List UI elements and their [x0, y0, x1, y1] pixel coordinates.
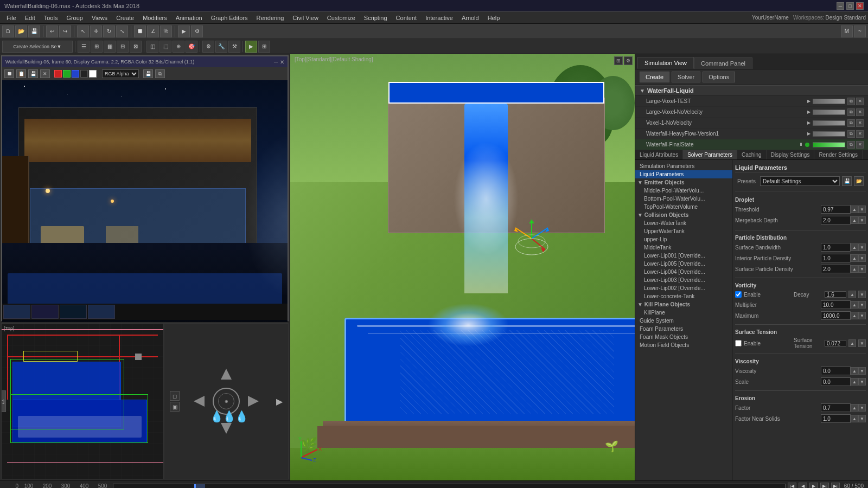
sim-copy-btn-1[interactable]: ⧉	[847, 108, 855, 116]
tree-middle-pool[interactable]: Middle-Pool-WaterVolu...	[635, 187, 732, 195]
tl-play-btn[interactable]: ▶	[809, 483, 818, 489]
side-collapse-btn[interactable]: ◁	[1, 390, 6, 412]
decay-down[interactable]: ▼	[858, 291, 866, 298]
decay-input[interactable]	[825, 291, 846, 298]
tab-command-panel[interactable]: Command Panel	[694, 57, 752, 69]
save-button[interactable]: 💾	[28, 25, 40, 37]
multiplier-input[interactable]	[821, 300, 851, 309]
thumb-4[interactable]	[88, 305, 115, 319]
sim-arrow-3[interactable]: ▶	[807, 131, 810, 136]
render-setup-button[interactable]: ⚙	[191, 25, 203, 37]
tree-foam-params[interactable]: Foam Parameters	[635, 325, 732, 333]
menu-views[interactable]: Views	[87, 14, 112, 22]
tree-top-pool[interactable]: TopPool-WaterVolume	[635, 203, 732, 211]
menu-modifiers[interactable]: Modifiers	[138, 14, 171, 22]
sim-del-btn-1[interactable]: ✕	[856, 108, 864, 116]
sim-del-btn-3[interactable]: ✕	[856, 130, 864, 138]
vp-btn-7[interactable]: ⬚	[159, 41, 171, 53]
render-alpha-btn[interactable]	[80, 70, 88, 78]
render-copy-btn[interactable]: ⧉	[155, 69, 165, 78]
presets-save-btn[interactable]: 💾	[842, 176, 852, 186]
multiplier-up[interactable]: ▲	[851, 301, 858, 309]
nav-left-arrow[interactable]	[194, 396, 205, 407]
render-button[interactable]: ▶	[178, 25, 190, 37]
sim-copy-btn-3[interactable]: ⧉	[847, 130, 855, 138]
material-editor-button[interactable]: M	[841, 25, 853, 37]
sim-del-btn-2[interactable]: ✕	[856, 119, 864, 127]
percent-snap-button[interactable]: %	[160, 25, 172, 37]
tree-sim-params[interactable]: Simulation Parameters	[635, 162, 732, 170]
nav-up-arrow[interactable]	[221, 369, 232, 380]
thumb-1[interactable]	[3, 305, 30, 319]
tree-bottom-pool[interactable]: Bottom-Pool-WaterVolu...	[635, 195, 732, 203]
side-btn-1[interactable]: ◻	[170, 391, 180, 401]
surface-bw-input[interactable]	[821, 243, 851, 252]
vp-btn-3[interactable]: ▦	[104, 41, 116, 53]
tree-lower-lip005[interactable]: Lower-Lip005 [Override...	[635, 260, 732, 268]
vp-btn-2[interactable]: ⊞	[91, 41, 103, 53]
tree-foam-mask[interactable]: Foam Mask Objects	[635, 333, 732, 341]
factor-down[interactable]: ▼	[858, 404, 866, 412]
menu-graph-editors[interactable]: Graph Editors	[207, 14, 252, 22]
rotate-button[interactable]: ↻	[103, 25, 115, 37]
vorticity-enable-checkbox[interactable]	[735, 291, 742, 298]
render-mono-btn[interactable]	[89, 70, 97, 78]
threshold-input[interactable]	[821, 205, 851, 214]
side-btn-2[interactable]: ▣	[170, 402, 180, 412]
sim-del-btn-4[interactable]: ✕	[856, 141, 864, 149]
st-down[interactable]: ▼	[858, 339, 866, 347]
vp-btn-5[interactable]: ⊠	[130, 41, 142, 53]
menu-interactive[interactable]: Interactive	[421, 14, 457, 22]
presets-select[interactable]: Default Settings	[760, 176, 840, 186]
vp-btn-4[interactable]: ⊟	[117, 41, 129, 53]
menu-rendering[interactable]: Rendering	[252, 14, 289, 22]
angle-snap-button[interactable]: ∠	[147, 25, 159, 37]
st-value-input[interactable]	[825, 340, 846, 346]
viscosity-down[interactable]: ▼	[858, 367, 866, 375]
sim-item-2[interactable]: Voxel-1-NoVelocity ▶ ⧉ ✕	[635, 118, 868, 129]
vp-btn-11[interactable]: 🔧	[215, 41, 227, 53]
maximize-button[interactable]: □	[846, 2, 854, 10]
solver-solver-btn[interactable]: Solver	[672, 72, 700, 82]
menu-help[interactable]: Help	[483, 14, 505, 22]
vp-btn-12[interactable]: ⚒	[228, 41, 240, 53]
mergeback-spinner-down[interactable]: ▼	[858, 216, 866, 224]
menu-animation[interactable]: Animation	[171, 14, 207, 22]
threshold-spinner-up[interactable]: ▲	[851, 206, 858, 213]
tree-middle-tank[interactable]: MiddleTank	[635, 243, 732, 252]
tree-upper-lip[interactable]: upper-Lip	[635, 235, 732, 243]
vp-corner-btn-1[interactable]: ⊞	[614, 56, 623, 65]
vp-btn-6[interactable]: ◫	[146, 41, 158, 53]
menu-content[interactable]: Content	[392, 14, 422, 22]
undo-button[interactable]: ↩	[46, 25, 58, 37]
scale-input[interactable]	[821, 377, 851, 386]
maximum-input[interactable]	[821, 311, 851, 320]
threshold-spinner-down[interactable]: ▼	[858, 206, 866, 213]
panel-expand-right[interactable]: ▶	[276, 396, 283, 407]
tree-kill-plane[interactable]: KillPlane	[635, 309, 732, 317]
sim-del-btn-0[interactable]: ✕	[856, 98, 864, 105]
tl-frame-back-btn[interactable]: ◀	[799, 483, 807, 489]
menu-customize[interactable]: Customize	[323, 14, 360, 22]
sim-copy-btn-2[interactable]: ⧉	[847, 119, 855, 127]
interior-density-down[interactable]: ▼	[858, 254, 866, 262]
render-clear-btn[interactable]: ✕	[40, 69, 50, 78]
render-channel-select[interactable]: RGB Alpha	[102, 69, 139, 78]
maximum-down[interactable]: ▼	[858, 312, 866, 319]
render-close[interactable]: ✕	[280, 59, 284, 65]
st-up[interactable]: ▲	[848, 339, 856, 347]
surface-bw-up[interactable]: ▲	[851, 243, 858, 251]
surface-density-up[interactable]: ▲	[851, 265, 858, 273]
section-collapse-arrow[interactable]: ▼	[640, 88, 645, 94]
menu-scripting[interactable]: Scripting	[360, 14, 392, 22]
st-enable-checkbox[interactable]	[735, 340, 742, 346]
tree-emitter-section[interactable]: ▼ Emitter Objects	[635, 178, 732, 187]
sim-copy-btn-4[interactable]: ⧉	[847, 141, 855, 149]
menu-create[interactable]: Create	[112, 14, 138, 22]
interior-density-up[interactable]: ▲	[851, 254, 858, 262]
vp-btn-10[interactable]: ⚙	[202, 41, 214, 53]
scale-button[interactable]: ⤡	[116, 25, 128, 37]
attr-tab-display[interactable]: Display Settings	[767, 150, 815, 159]
render-ctrl-1[interactable]: 🔲	[4, 69, 14, 78]
viscosity-up[interactable]: ▲	[851, 367, 858, 375]
